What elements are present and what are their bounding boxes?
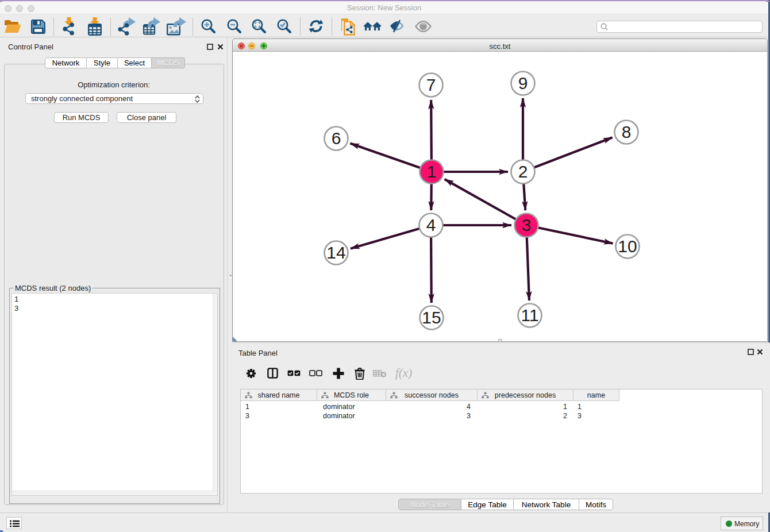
svg-text:6: 6: [332, 129, 341, 148]
svg-text:3: 3: [522, 215, 532, 234]
svg-text:15: 15: [422, 308, 441, 327]
svg-text:8: 8: [622, 122, 632, 141]
svg-text:9: 9: [518, 74, 528, 92]
svg-text:11: 11: [521, 306, 538, 325]
svg-text:14: 14: [326, 243, 345, 262]
svg-text:10: 10: [618, 237, 637, 256]
svg-text:7: 7: [426, 75, 436, 94]
svg-text:2: 2: [518, 162, 528, 181]
svg-text:4: 4: [426, 215, 436, 234]
svg-text:1: 1: [427, 162, 437, 181]
